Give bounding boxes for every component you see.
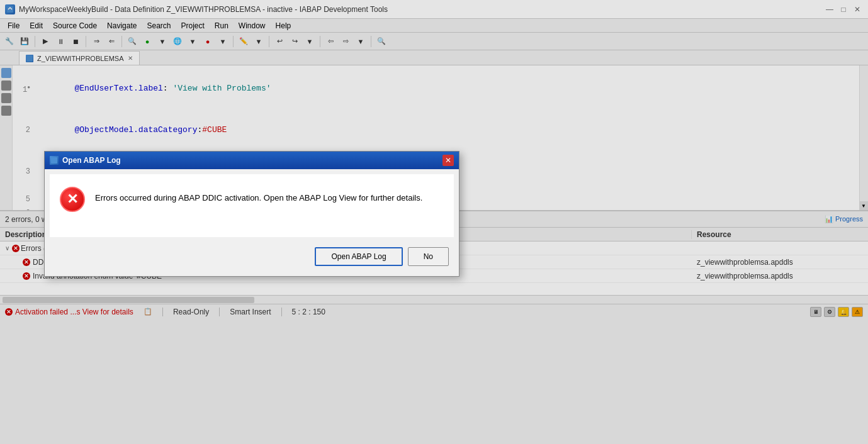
dialog-close-button[interactable]: ✕ [442, 155, 454, 166]
dialog-body: ✕ Errors occurred during ABAP DDIC activ… [50, 174, 454, 237]
error-circle: ✕ [60, 187, 85, 212]
open-abap-log-dialog: Open ABAP Log ✕ ✕ Errors occurred during… [44, 151, 459, 277]
dialog-title: Open ABAP Log [62, 156, 121, 165]
dialog-footer: Open ABAP Log No [45, 242, 459, 276]
dialog-title-bar: Open ABAP Log ✕ [45, 152, 459, 169]
no-button[interactable]: No [408, 247, 449, 266]
modal-overlay: Open ABAP Log ✕ ✕ Errors occurred during… [0, 0, 868, 444]
dialog-icon [50, 156, 59, 165]
svg-rect-2 [51, 157, 57, 164]
error-x-mark: ✕ [67, 192, 78, 206]
dialog-error-icon: ✕ [60, 187, 85, 212]
dialog-message: Errors occurred during ABAP DDIC activat… [95, 187, 422, 204]
open-abap-log-button[interactable]: Open ABAP Log [315, 247, 402, 266]
